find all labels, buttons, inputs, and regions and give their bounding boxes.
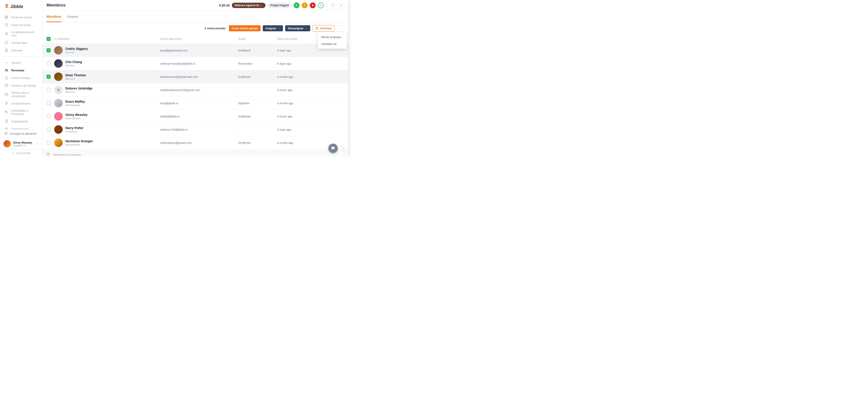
member-last-active: a month ago <box>277 75 344 78</box>
table-row[interactable]: Ginny WeasleyAdministradorstella@jibble.… <box>42 109 348 123</box>
pin-icon <box>4 101 8 105</box>
svg-point-14 <box>6 111 6 112</box>
create-group-button[interactable]: Crear nuevo grupo <box>229 25 260 31</box>
tab-members[interactable]: Miembros <box>46 15 61 22</box>
sidebar-item-reports[interactable]: Informes <box>0 46 42 54</box>
sidebar-item-holidays[interactable]: Tiempo libre y vacaciones <box>0 89 42 100</box>
svg-rect-12 <box>5 93 8 96</box>
sidebar-item-organization[interactable]: Organización <box>0 118 42 125</box>
chevron-right-icon <box>342 147 345 150</box>
action-bar: 2 seleccionado Crear nuevo grupo Asignar… <box>42 22 348 34</box>
member-last-active: a month ago <box>277 102 344 105</box>
select-all-checkbox[interactable] <box>46 37 51 41</box>
table-row[interactable]: Cedric DiggoryGerentepaul@getairmail.com… <box>42 44 348 57</box>
sidebar-item-schedules[interactable]: Horarios de trabajo <box>0 81 42 89</box>
member-name: Dolores Umbridge <box>65 87 92 90</box>
sidebar-item-locations[interactable]: Localizaciones <box>0 100 42 107</box>
sidebar-item-people[interactable]: Personas <box>0 66 42 74</box>
get-app-label: Consigue la aplicación <box>10 132 37 135</box>
member-role: Miembro <box>65 77 86 80</box>
stop-button[interactable] <box>310 2 316 8</box>
menu-move-to-group[interactable]: Mover al grupo... <box>318 34 347 40</box>
row-checkbox[interactable] <box>46 141 51 145</box>
sidebar-item-dashboard[interactable]: Panel de control <box>0 13 42 21</box>
user-menu[interactable]: Ginny Weasley Hogwarts Co <box>0 138 42 150</box>
row-checkbox[interactable] <box>46 88 51 92</box>
avatar: D <box>54 86 63 94</box>
row-checkbox[interactable] <box>46 48 51 52</box>
chat-button[interactable] <box>328 143 338 153</box>
member-name: Dean Thomas <box>65 73 86 77</box>
member-group: - <box>238 88 277 92</box>
sidebar-item-timesheets[interactable]: Hojas de horas <box>0 21 42 29</box>
member-last-active: 9 days ago <box>277 62 344 65</box>
member-email: stellahadiwinoto22@gmail.com <box>160 88 238 92</box>
break-button[interactable] <box>302 2 308 8</box>
settings-button[interactable] <box>338 2 344 8</box>
table-row[interactable]: Hermione GrangerAdministradorchikoritaye… <box>42 136 348 149</box>
logo[interactable]: Jibble <box>0 0 42 12</box>
page-title: Miembros <box>46 3 66 8</box>
avatar <box>54 125 63 134</box>
svg-point-13 <box>6 102 7 103</box>
member-role: Administrador <box>65 143 93 146</box>
member-email: deanthomas@getairmail.com <box>160 75 238 78</box>
divider <box>4 56 39 57</box>
member-role: Miembro <box>65 91 92 93</box>
sidebar-item-label: Hojas de horas <box>11 23 31 27</box>
table-row[interactable]: Draco MalfoyAdministradorloay@jibble.ioS… <box>42 96 348 109</box>
tag-icon <box>4 110 8 114</box>
get-app-button[interactable]: Consigue la aplicación <box>0 130 42 138</box>
row-checkbox[interactable] <box>46 62 51 66</box>
member-last-active: 3 days ago <box>277 128 344 131</box>
table-row[interactable]: DDolores UmbridgeMiembrostellahadiwinoto… <box>42 83 348 96</box>
row-checkbox[interactable] <box>46 114 51 118</box>
sidebar-item-label: Ajustes <box>11 61 21 64</box>
plug-icon <box>4 127 8 129</box>
table-row[interactable]: Cho ChangMiembromelissa+weasley@jibble.i… <box>42 57 348 70</box>
sidebar-item-activities[interactable]: Actividades y Proyectos <box>0 107 42 118</box>
avatar <box>4 140 11 147</box>
more-actions-menu: Mover al grupo... Cambiar rol <box>318 32 347 49</box>
svg-point-8 <box>5 69 6 70</box>
dots-icon <box>340 27 341 30</box>
archive-button[interactable]: Archivar <box>312 25 335 32</box>
menu-change-role[interactable]: Cambiar rol <box>318 40 347 47</box>
tab-groups[interactable]: Grupos <box>67 15 78 22</box>
column-group: Grupo <box>238 37 277 40</box>
assign-button[interactable]: Asignar <box>263 25 283 31</box>
sidebar-item-time-off[interactable]: Tiempo libre <box>0 39 42 46</box>
table-row[interactable]: Harry PotterPropietariomelissa+32@jibble… <box>42 123 348 136</box>
sidebar-item-label: Tiempo libre <box>11 41 27 44</box>
member-group: Gryffindor <box>238 115 277 118</box>
archive-icon <box>46 153 50 157</box>
sidebar-item-settings[interactable]: Ajustes <box>0 59 42 66</box>
row-checkbox[interactable] <box>46 101 51 105</box>
scroll-right-button[interactable] <box>340 145 346 152</box>
table-row[interactable]: Dean ThomasMiembrodeanthomas@getairmail.… <box>42 70 348 83</box>
member-name: Harry Potter <box>65 126 84 130</box>
report-icon <box>4 48 8 52</box>
user-status-button[interactable] <box>318 2 324 8</box>
status-green-button[interactable] <box>294 2 300 8</box>
member-name: Ginny Weasley <box>65 113 88 117</box>
activity-pill[interactable]: Defence Against the D... <box>232 3 266 8</box>
sidebar-item-integrations[interactable]: Integraciones <box>0 125 42 129</box>
help-button[interactable] <box>330 2 336 8</box>
unassign-button[interactable]: Desasignar <box>285 25 310 31</box>
archived-members-link[interactable]: Miembros archivados <box>42 149 348 157</box>
sidebar-item-live-locations[interactable]: Localizaciones en vivo <box>0 29 42 39</box>
tab-bar: Miembros Grupos <box>42 11 348 22</box>
member-email: stella@jibble.io <box>160 115 238 118</box>
chevron-down-icon <box>305 27 308 30</box>
sidebar-item-label: Localizaciones <box>11 102 30 105</box>
member-name: Draco Malfoy <box>65 100 85 103</box>
project-pill[interactable]: Project Hagrid <box>268 3 291 8</box>
sidebar-item-time-tracking[interactable]: Control horario <box>0 74 42 81</box>
row-checkbox[interactable] <box>46 128 51 132</box>
collapse-button[interactable]: COLAPSAR <box>0 150 42 157</box>
logo-icon <box>4 4 9 9</box>
row-checkbox[interactable] <box>46 75 51 79</box>
more-actions-button[interactable] <box>337 25 344 32</box>
member-email: melissa+32@jibble.io <box>160 128 238 131</box>
